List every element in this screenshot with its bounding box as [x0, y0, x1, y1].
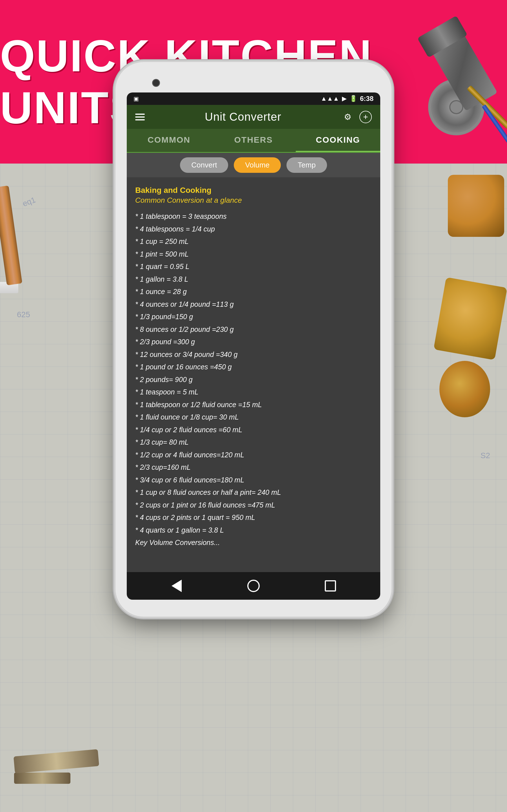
status-bar: ▣ ▲▲▲ ▶ 🔋 6:38	[127, 93, 380, 105]
list-item: * 2 pounds= 900 g	[135, 373, 372, 386]
phone-wrapper: ▣ ▲▲▲ ▶ 🔋 6:38 Unit Converter	[115, 62, 392, 617]
brass-fitting-right	[439, 282, 501, 417]
wifi-icon: ▲▲▲	[321, 95, 339, 102]
section-title: Baking and Cooking	[135, 186, 372, 195]
status-notification-icon: ▣	[133, 95, 139, 102]
subtab-convert[interactable]: Convert	[180, 157, 228, 173]
list-item: * 1/4 cup or 2 fluid ounces =60 mL	[135, 424, 372, 436]
blueprint-annotation-4: S2	[481, 451, 490, 460]
home-icon	[247, 580, 260, 592]
hamburger-line-3	[135, 119, 145, 120]
list-item: * 2/3 pound =300 g	[135, 336, 372, 348]
list-item: * 1 pint = 500 mL	[135, 248, 372, 260]
subtab-volume[interactable]: Volume	[234, 157, 281, 173]
list-item: * 4 tablespoons = 1/4 cup	[135, 223, 372, 235]
signal-icon: ▶	[342, 95, 347, 102]
list-item: * 1 cup = 250 mL	[135, 236, 372, 248]
bottom-construction-left	[14, 753, 99, 784]
list-item: * 1 cup or 8 fluid ounces or half a pint…	[135, 486, 372, 499]
nav-recent-button[interactable]	[323, 579, 337, 593]
status-time: 6:38	[360, 95, 374, 103]
hamburger-line-1	[135, 114, 145, 115]
battery-icon: 🔋	[349, 95, 357, 102]
list-item: * 1 gallon = 3.8 L	[135, 273, 372, 285]
nav-back-button[interactable]	[170, 579, 184, 593]
phone-camera	[152, 79, 160, 87]
phone-shell: ▣ ▲▲▲ ▶ 🔋 6:38 Unit Converter	[115, 62, 392, 617]
list-item: * 1 quart = 0.95 L	[135, 260, 372, 273]
app-title: Unit Converter	[205, 110, 281, 123]
recent-icon	[325, 580, 336, 592]
status-right: ▲▲▲ ▶ 🔋 6:38	[321, 95, 374, 103]
section-subtitle: Common Conversion at a glance	[135, 196, 372, 205]
bottom-nav-bar	[127, 572, 380, 600]
list-item: * 12 ounces or 3/4 pound =340 g	[135, 349, 372, 361]
list-item: * 2/3 cup=160 mL	[135, 461, 372, 473]
list-item: * 4 ounces or 1/4 pound =113 g	[135, 298, 372, 310]
tab-common[interactable]: COMMON	[127, 129, 211, 152]
list-item: * 1/3 cup= 80 mL	[135, 436, 372, 448]
list-item: * 8 ounces or 1/2 pound =230 g	[135, 323, 372, 336]
app-toolbar: Unit Converter ⚙ +	[127, 105, 380, 129]
back-icon	[172, 580, 182, 592]
nav-home-button[interactable]	[246, 579, 261, 593]
list-item: Key Volume Conversions...	[135, 537, 372, 549]
tabs-bar: COMMON OTHERS COOKING	[127, 129, 380, 153]
list-item: * 1/3 pound=150 g	[135, 311, 372, 323]
list-item: * 3/4 cup or 6 fluid ounces=180 mL	[135, 474, 372, 486]
list-item: * 2 cups or 1 pint or 16 fluid ounces =4…	[135, 499, 372, 511]
list-item: * 1 tablespoon or 1/2 fluid ounce =15 mL	[135, 399, 372, 411]
phone-screen: ▣ ▲▲▲ ▶ 🔋 6:38 Unit Converter	[127, 93, 380, 600]
list-item: * 1 ounce = 28 g	[135, 286, 372, 298]
subtab-temp[interactable]: Temp	[286, 157, 327, 173]
hamburger-line-2	[135, 116, 145, 117]
hammer-decoration	[444, 28, 499, 147]
list-item: * 1/2 cup or 4 fluid ounces=120 mL	[135, 449, 372, 461]
list-item: * 1 pound or 16 ounces =450 g	[135, 361, 372, 373]
hamburger-menu[interactable]	[135, 114, 145, 120]
phone-top-physical	[127, 79, 380, 93]
add-icon[interactable]: +	[359, 111, 372, 123]
conversion-list: * 1 tablespoon = 3 teaspoons* 4 tablespo…	[135, 210, 372, 549]
list-item: * 4 quarts or 1 gallon = 3.8 L	[135, 524, 372, 536]
tab-cooking[interactable]: COOKING	[296, 129, 380, 152]
list-item: * 4 cups or 2 pints or 1 quart = 950 mL	[135, 511, 372, 523]
list-item: * 1 tablespoon = 3 teaspoons	[135, 210, 372, 222]
settings-icon[interactable]: ⚙	[341, 111, 354, 123]
toolbar-icons: ⚙ +	[341, 111, 372, 123]
pipe-decoration-left	[0, 163, 40, 361]
content-area: Baking and Cooking Common Conversion at …	[127, 177, 380, 572]
fitting-decoration-right	[448, 175, 504, 237]
tab-others[interactable]: OTHERS	[211, 129, 296, 152]
status-left: ▣	[133, 95, 139, 102]
list-item: * 1 teaspoon = 5 mL	[135, 386, 372, 398]
subtabs-bar: Convert Volume Temp	[127, 153, 380, 177]
list-item: * 1 fluid ounce or 1/8 cup= 30 mL	[135, 411, 372, 423]
